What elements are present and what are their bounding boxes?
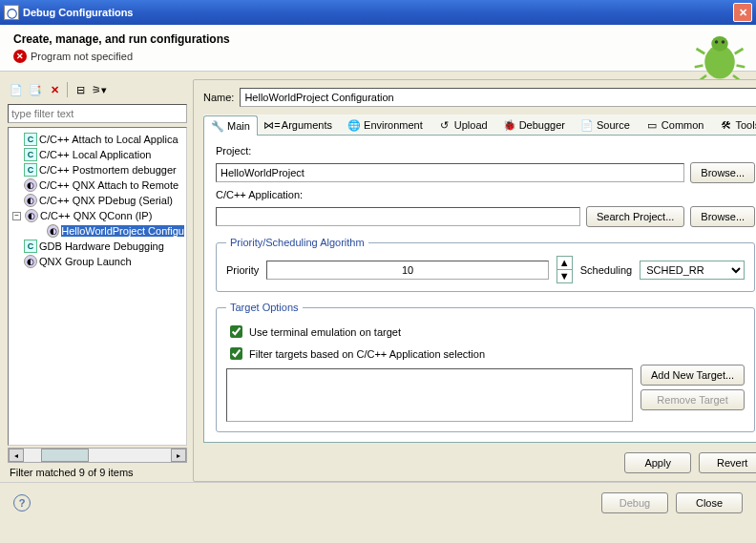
common-tab-icon: ▭: [645, 118, 659, 132]
filter-status: Filter matched 9 of 9 items: [8, 463, 187, 482]
error-icon: ✕: [13, 50, 27, 63]
svg-line-4: [695, 66, 704, 68]
c-icon: C: [24, 240, 37, 253]
tree-item-expandable[interactable]: −◐C/C++ QNX QConn (IP): [10, 208, 184, 223]
tree-item-selected[interactable]: ◐HelloWorldProject Configu: [10, 223, 184, 239]
browse-app-button[interactable]: Browse...: [690, 206, 755, 227]
debug-tab-icon: 🐞: [503, 118, 516, 132]
svg-point-1: [711, 36, 728, 52]
app-input[interactable]: [216, 207, 580, 226]
target-legend: Target Options: [226, 302, 303, 313]
duplicate-icon[interactable]: 📑: [27, 81, 44, 98]
new-config-icon[interactable]: 📄: [8, 81, 25, 98]
separator: [67, 82, 68, 97]
filter-targets-checkbox[interactable]: [230, 347, 242, 360]
project-label: Project:: [216, 145, 755, 157]
qnx-icon: ◐: [24, 178, 37, 192]
project-input[interactable]: [216, 163, 684, 182]
c-icon: C: [24, 148, 37, 161]
scroll-thumb[interactable]: [41, 449, 89, 462]
tab-debugger[interactable]: 🐞Debugger: [495, 115, 573, 135]
qnx-icon: ◐: [25, 209, 38, 222]
tab-common[interactable]: ▭Common: [638, 115, 712, 135]
browse-project-button[interactable]: Browse...: [690, 162, 755, 183]
source-tab-icon: 📄: [580, 118, 594, 132]
tab-upload[interactable]: ↺Upload: [430, 115, 495, 135]
spin-up-icon[interactable]: ▲: [557, 257, 572, 270]
svg-line-5: [737, 66, 746, 68]
tab-tools[interactable]: 🛠Tools: [711, 115, 756, 135]
page-title: Create, manage, and run configurations: [13, 32, 743, 46]
tree-item[interactable]: ◐C/C++ QNX Attach to Remote: [10, 178, 184, 193]
tree-item[interactable]: CC/C++ Attach to Local Applica: [10, 132, 184, 147]
tools-tab-icon: 🛠: [719, 118, 732, 132]
tree-item[interactable]: ◐C/C++ QNX PDebug (Serial): [10, 193, 184, 208]
scroll-right-icon[interactable]: ▸: [171, 449, 186, 462]
remove-target-button[interactable]: Remove Target: [640, 389, 745, 410]
terminal-label: Use terminal emulation on target: [249, 326, 401, 338]
delete-icon[interactable]: ✕: [46, 81, 63, 98]
bug-icon: [693, 29, 746, 82]
tree-item[interactable]: ◐QNX Group Launch: [10, 254, 184, 269]
qnx-icon: ◐: [24, 194, 37, 207]
svg-point-8: [715, 40, 719, 44]
terminal-checkbox[interactable]: [230, 325, 242, 338]
error-text: Program not specified: [31, 51, 133, 62]
tree-item[interactable]: CGDB Hardware Debugging: [10, 239, 184, 254]
close-button[interactable]: Close: [676, 492, 743, 513]
c-icon: C: [24, 133, 37, 146]
window-title: Debug Configurations: [23, 7, 733, 18]
tab-bar: 🔧Main ⋈=Arguments 🌐Environment ↺Upload 🐞…: [203, 115, 756, 136]
priority-legend: Priority/Scheduling Algorithm: [226, 237, 368, 248]
qnx-icon: ◐: [47, 224, 59, 238]
scheduling-label: Scheduling: [580, 264, 632, 276]
filter-menu-icon[interactable]: ⚞▾: [91, 81, 108, 98]
svg-line-2: [697, 49, 705, 53]
upload-tab-icon: ↺: [438, 118, 452, 132]
search-project-button[interactable]: Search Project...: [586, 206, 684, 227]
qnx-icon: ◐: [24, 255, 37, 268]
horizontal-scrollbar[interactable]: ◂ ▸: [8, 448, 187, 463]
tree-toolbar: 📄 📑 ✕ ⊟ ⚞▾: [8, 79, 187, 100]
apply-button[interactable]: Apply: [624, 452, 691, 473]
tab-arguments[interactable]: ⋈=Arguments: [258, 115, 340, 135]
add-target-button[interactable]: Add New Target...: [640, 365, 745, 386]
close-icon[interactable]: ✕: [733, 3, 752, 22]
tab-main[interactable]: 🔧Main: [203, 115, 258, 136]
name-label: Name:: [203, 92, 234, 103]
tree-item[interactable]: CC/C++ Postmortem debugger: [10, 162, 184, 178]
revert-button[interactable]: Revert: [699, 452, 756, 473]
c-icon: C: [24, 163, 37, 177]
debug-button[interactable]: Debug: [601, 492, 668, 513]
filter-targets-label: Filter targets based on C/C++ Applicatio…: [249, 348, 485, 360]
scroll-left-icon[interactable]: ◂: [9, 449, 24, 462]
app-icon: ◯: [4, 5, 19, 20]
tab-source[interactable]: 📄Source: [573, 115, 638, 135]
priority-stepper[interactable]: [266, 261, 549, 280]
target-list[interactable]: [226, 368, 633, 422]
priority-label: Priority: [226, 264, 259, 276]
help-icon[interactable]: ?: [13, 494, 31, 512]
name-input[interactable]: [240, 88, 756, 107]
svg-point-9: [722, 40, 725, 44]
scheduling-select[interactable]: SCHED_RR: [640, 261, 745, 280]
filter-input[interactable]: [8, 104, 187, 123]
spin-down-icon[interactable]: ▼: [557, 270, 572, 282]
args-tab-icon: ⋈=: [265, 118, 279, 132]
main-tab-icon: 🔧: [211, 119, 224, 133]
tree-item[interactable]: CC/C++ Local Application: [10, 147, 184, 162]
collapse-toggle[interactable]: −: [12, 212, 21, 220]
collapse-icon[interactable]: ⊟: [72, 81, 89, 98]
tab-environment[interactable]: 🌐Environment: [340, 115, 430, 135]
svg-line-3: [735, 49, 744, 53]
app-label: C/C++ Application:: [216, 189, 755, 200]
config-tree: CC/C++ Attach to Local Applica CC/C++ Lo…: [8, 127, 187, 446]
env-tab-icon: 🌐: [347, 118, 361, 132]
